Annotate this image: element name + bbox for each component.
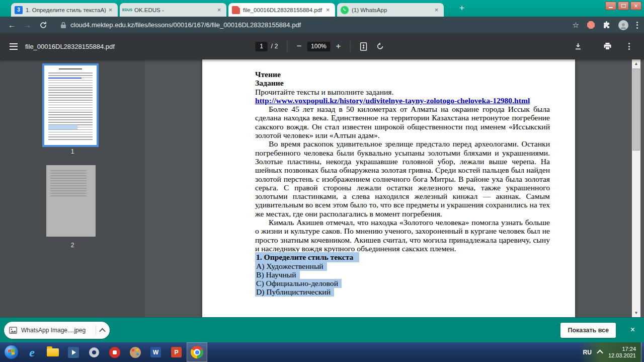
pdf-page-controls: 1 / 2 − 100% +	[256, 41, 389, 52]
doc-paragraph-1: Более 45 лет назад в 50 километрах от Ал…	[255, 105, 550, 139]
close-tab-icon[interactable]: ×	[324, 6, 332, 14]
thumbnail-sidebar: 1 2	[0, 59, 145, 317]
chevron-up-icon[interactable]	[99, 328, 106, 334]
taskbar-internet-explorer[interactable]: e	[22, 342, 42, 362]
thumbnail-label: 1	[0, 148, 145, 155]
taskbar-powerpoint[interactable]: P	[166, 342, 187, 362]
system-tray: RU 17:24 12.03.2021	[578, 342, 641, 362]
option-b: В) Научный	[255, 270, 550, 279]
doc-heading-task: Задание	[255, 79, 550, 87]
download-icon[interactable]	[574, 42, 582, 50]
doc-paragraph-3: Кималь Акишев отмечал, что находка «Золо…	[255, 218, 550, 253]
taskbar-recorder[interactable]	[104, 342, 125, 362]
scrollbar-thumb[interactable]	[632, 68, 640, 151]
print-icon[interactable]	[603, 42, 612, 50]
taskbar: e W P RU 17:24 12.03.2021	[0, 342, 644, 362]
close-window-button[interactable]: ×	[630, 2, 641, 10]
zoom-level: 100%	[307, 42, 330, 51]
zoom-out-button[interactable]: −	[292, 41, 305, 51]
tab-edus[interactable]: EDUS OK.EDUS - ×	[120, 3, 226, 17]
minimize-button[interactable]	[605, 2, 616, 10]
profile-avatar[interactable]	[618, 20, 628, 30]
page-count-label: / 2	[271, 43, 278, 50]
download-bar: WhatsApp Image....jpeg Показать все ×	[0, 317, 644, 342]
tab-question-page[interactable]: 3 1. Определите стиль текстаA) X ×	[11, 3, 118, 17]
scroll-down-icon[interactable]: ▼	[632, 309, 640, 317]
start-button[interactable]	[1, 342, 22, 362]
language-indicator[interactable]: RU	[583, 349, 592, 356]
close-tab-icon[interactable]: ×	[433, 6, 440, 14]
back-icon[interactable]: ←	[8, 21, 16, 29]
clock-time: 17:24	[608, 346, 636, 352]
tab-title: file_00016DL28328155884.pdf	[243, 7, 324, 13]
maximize-button[interactable]	[618, 2, 629, 10]
edus-icon: EDUS	[123, 6, 131, 14]
lock-icon[interactable]	[60, 22, 66, 29]
address-url[interactable]: cloud4.mektep.edu.kz/files/lessons/00016…	[70, 21, 301, 29]
option-c: С) Официально-деловой	[255, 279, 550, 287]
close-tab-icon[interactable]: ×	[107, 6, 114, 14]
pdf-page: Чтение Задание Прочитайте тексты и выпол…	[202, 59, 575, 317]
page-number-input[interactable]: 1	[256, 42, 268, 51]
tab-badge-icon: 3	[15, 6, 23, 14]
taskbar-chrome-active[interactable]	[187, 342, 207, 362]
thumbnail-page-2[interactable]	[46, 165, 96, 237]
extensions-puzzle-icon[interactable]	[603, 21, 610, 29]
thumbnail-label: 2	[0, 242, 145, 249]
doc-link-line: http://www.voxpopuli.kz/history/udivitel…	[255, 96, 550, 105]
pdf-menu-icon[interactable]	[10, 43, 18, 50]
gear-icon	[89, 347, 99, 357]
bookmark-star-icon[interactable]: ☆	[573, 21, 579, 30]
taskbar-settings[interactable]	[84, 342, 104, 362]
pdf-viewer: Чтение Задание Прочитайте тексты и выпол…	[145, 59, 632, 317]
option-d: D) Публицистический	[255, 287, 550, 296]
pdf-file-icon	[232, 6, 240, 14]
tab-pdf-active[interactable]: file_00016DL28328155884.pdf ×	[228, 3, 335, 17]
show-all-downloads-button[interactable]: Показать все	[560, 323, 616, 338]
new-tab-button[interactable]: +	[455, 3, 468, 14]
fit-page-icon[interactable]	[360, 42, 367, 51]
thumbnail-page-1[interactable]	[44, 65, 97, 145]
media-app-icon	[68, 347, 79, 358]
scroll-up-icon[interactable]: ▲	[632, 59, 640, 68]
adblock-icon[interactable]	[587, 21, 595, 29]
tab-title: OK.EDUS -	[134, 7, 215, 13]
show-desktop-button[interactable]	[641, 342, 644, 362]
tray-expand-icon[interactable]	[597, 350, 603, 356]
forward-icon[interactable]: →	[24, 21, 31, 29]
pdf-filename: file_00016DL28328155884.pdf	[25, 43, 115, 50]
refresh-icon[interactable]	[39, 21, 47, 29]
pdf-actions	[570, 42, 636, 50]
close-download-bar-icon[interactable]: ×	[630, 325, 635, 335]
doc-heading-reading: Чтение	[255, 70, 550, 79]
tab-strip: 3 1. Определите стиль текстаA) X × EDUS …	[0, 0, 644, 17]
taskbar-file-explorer[interactable]	[42, 342, 63, 362]
browser-menu-icon[interactable]	[636, 22, 638, 29]
whatsapp-icon	[341, 6, 349, 14]
clock-date: 12.03.2021	[608, 352, 636, 359]
powerpoint-icon: P	[171, 347, 182, 357]
downloaded-file-name: WhatsApp Image....jpeg	[21, 327, 94, 334]
close-tab-icon[interactable]: ×	[215, 6, 223, 14]
taskbar-word[interactable]: W	[145, 342, 166, 362]
taskbar-apps: e W P	[1, 342, 207, 362]
rotate-icon[interactable]	[376, 42, 384, 50]
zoom-in-button[interactable]: +	[332, 41, 345, 51]
downloaded-file-chip[interactable]: WhatsApp Image....jpeg	[4, 322, 110, 339]
document-text: Чтение Задание Прочитайте тексты и выпол…	[255, 70, 550, 297]
option-a: А) Художественный	[255, 262, 550, 270]
recorder-icon	[109, 347, 120, 358]
doc-paragraph-2: Во время раскопок удивительное зрелище п…	[255, 139, 550, 218]
tab-whatsapp[interactable]: (1) WhatsApp ×	[337, 3, 444, 17]
taskbar-media-app[interactable]	[63, 342, 84, 362]
image-file-icon	[9, 327, 17, 334]
doc-link[interactable]: http://www.voxpopuli.kz/history/udivitel…	[255, 96, 530, 105]
ie-icon: e	[29, 346, 35, 358]
vertical-scrollbar[interactable]: ▲ ▼	[632, 59, 640, 317]
chrome-icon	[191, 346, 203, 358]
clock[interactable]: 17:24 12.03.2021	[608, 346, 636, 359]
pdf-more-icon[interactable]	[628, 43, 630, 50]
browser-window: 3 1. Определите стиль текстаA) X × EDUS …	[0, 0, 644, 362]
taskbar-paint[interactable]	[125, 342, 145, 362]
word-icon: W	[150, 347, 161, 357]
